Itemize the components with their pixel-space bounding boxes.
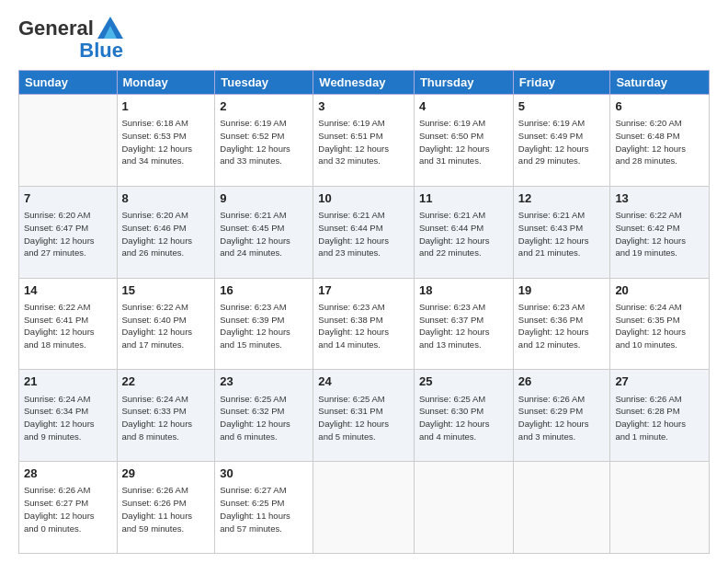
day-number: 9 xyxy=(220,190,308,207)
day-info: Sunrise: 6:19 AMSunset: 6:50 PMDaylight:… xyxy=(419,117,508,167)
day-number: 24 xyxy=(318,373,409,390)
day-number: 28 xyxy=(24,465,112,482)
day-info: Sunrise: 6:26 AMSunset: 6:27 PMDaylight:… xyxy=(24,484,112,534)
calendar-cell: 24Sunrise: 6:25 AMSunset: 6:31 PMDayligh… xyxy=(313,370,415,462)
day-number: 3 xyxy=(318,98,409,115)
day-info: Sunrise: 6:21 AMSunset: 6:44 PMDaylight:… xyxy=(318,209,409,259)
calendar-week-row: 14Sunrise: 6:22 AMSunset: 6:41 PMDayligh… xyxy=(19,278,710,370)
day-number: 4 xyxy=(419,98,508,115)
calendar-cell: 10Sunrise: 6:21 AMSunset: 6:44 PMDayligh… xyxy=(313,186,415,278)
day-info: Sunrise: 6:19 AMSunset: 6:49 PMDaylight:… xyxy=(518,117,606,167)
calendar-header-row: SundayMondayTuesdayWednesdayThursdayFrid… xyxy=(19,71,710,95)
day-of-week-sunday: Sunday xyxy=(19,71,118,95)
day-info: Sunrise: 6:25 AMSunset: 6:30 PMDaylight:… xyxy=(419,393,508,443)
calendar-cell: 27Sunrise: 6:26 AMSunset: 6:28 PMDayligh… xyxy=(610,370,710,462)
day-info: Sunrise: 6:26 AMSunset: 6:28 PMDaylight:… xyxy=(615,393,704,443)
calendar-cell: 23Sunrise: 6:25 AMSunset: 6:32 PMDayligh… xyxy=(215,370,313,462)
calendar-cell: 3Sunrise: 6:19 AMSunset: 6:51 PMDaylight… xyxy=(313,95,415,187)
day-number: 27 xyxy=(615,373,704,390)
day-of-week-monday: Monday xyxy=(117,71,215,95)
calendar-week-row: 21Sunrise: 6:24 AMSunset: 6:34 PMDayligh… xyxy=(19,370,710,462)
calendar-cell xyxy=(610,462,710,554)
day-number: 5 xyxy=(518,98,606,115)
day-info: Sunrise: 6:24 AMSunset: 6:33 PMDaylight:… xyxy=(122,393,210,443)
day-of-week-tuesday: Tuesday xyxy=(215,71,313,95)
day-number: 10 xyxy=(318,190,409,207)
day-info: Sunrise: 6:18 AMSunset: 6:53 PMDaylight:… xyxy=(122,117,210,167)
calendar-cell xyxy=(414,462,513,554)
calendar-cell: 22Sunrise: 6:24 AMSunset: 6:33 PMDayligh… xyxy=(117,370,215,462)
day-number: 25 xyxy=(419,373,508,390)
day-number: 26 xyxy=(518,373,606,390)
day-info: Sunrise: 6:19 AMSunset: 6:52 PMDaylight:… xyxy=(220,117,308,167)
calendar-cell: 20Sunrise: 6:24 AMSunset: 6:35 PMDayligh… xyxy=(610,278,710,370)
calendar-cell: 5Sunrise: 6:19 AMSunset: 6:49 PMDaylight… xyxy=(513,95,610,187)
calendar-cell: 11Sunrise: 6:21 AMSunset: 6:44 PMDayligh… xyxy=(414,186,513,278)
day-number: 18 xyxy=(419,282,508,299)
day-info: Sunrise: 6:20 AMSunset: 6:46 PMDaylight:… xyxy=(122,209,210,259)
day-info: Sunrise: 6:20 AMSunset: 6:48 PMDaylight:… xyxy=(615,117,704,167)
calendar-cell: 9Sunrise: 6:21 AMSunset: 6:45 PMDaylight… xyxy=(215,186,313,278)
logo: General Blue xyxy=(18,17,123,61)
day-info: Sunrise: 6:22 AMSunset: 6:41 PMDaylight:… xyxy=(24,301,112,351)
day-number: 19 xyxy=(518,282,606,299)
day-number: 7 xyxy=(24,190,112,207)
day-info: Sunrise: 6:19 AMSunset: 6:51 PMDaylight:… xyxy=(318,117,409,167)
calendar-cell: 2Sunrise: 6:19 AMSunset: 6:52 PMDaylight… xyxy=(215,95,313,187)
calendar-cell: 30Sunrise: 6:27 AMSunset: 6:25 PMDayligh… xyxy=(215,462,313,554)
day-number: 12 xyxy=(518,190,606,207)
day-of-week-wednesday: Wednesday xyxy=(313,71,415,95)
day-info: Sunrise: 6:21 AMSunset: 6:44 PMDaylight:… xyxy=(419,209,508,259)
day-of-week-thursday: Thursday xyxy=(414,71,513,95)
day-info: Sunrise: 6:22 AMSunset: 6:40 PMDaylight:… xyxy=(122,301,210,351)
calendar-cell: 8Sunrise: 6:20 AMSunset: 6:46 PMDaylight… xyxy=(117,186,215,278)
day-number: 15 xyxy=(122,282,210,299)
calendar-cell: 15Sunrise: 6:22 AMSunset: 6:40 PMDayligh… xyxy=(117,278,215,370)
calendar-cell: 18Sunrise: 6:23 AMSunset: 6:37 PMDayligh… xyxy=(414,278,513,370)
day-number: 14 xyxy=(24,282,112,299)
day-info: Sunrise: 6:23 AMSunset: 6:38 PMDaylight:… xyxy=(318,301,409,351)
day-info: Sunrise: 6:23 AMSunset: 6:37 PMDaylight:… xyxy=(419,301,508,351)
calendar-cell: 4Sunrise: 6:19 AMSunset: 6:50 PMDaylight… xyxy=(414,95,513,187)
day-number: 20 xyxy=(615,282,704,299)
calendar-cell: 21Sunrise: 6:24 AMSunset: 6:34 PMDayligh… xyxy=(19,370,118,462)
calendar-cell: 6Sunrise: 6:20 AMSunset: 6:48 PMDaylight… xyxy=(610,95,710,187)
logo-icon xyxy=(97,17,123,39)
calendar-week-row: 1Sunrise: 6:18 AMSunset: 6:53 PMDaylight… xyxy=(19,95,710,187)
day-number: 22 xyxy=(122,373,210,390)
day-of-week-friday: Friday xyxy=(513,71,610,95)
day-number: 1 xyxy=(122,98,210,115)
day-info: Sunrise: 6:23 AMSunset: 6:39 PMDaylight:… xyxy=(220,301,308,351)
calendar-cell: 16Sunrise: 6:23 AMSunset: 6:39 PMDayligh… xyxy=(215,278,313,370)
page: General Blue SundayMondayTuesdayWednesda… xyxy=(0,0,728,563)
calendar-cell: 13Sunrise: 6:22 AMSunset: 6:42 PMDayligh… xyxy=(610,186,710,278)
calendar-cell xyxy=(513,462,610,554)
day-number: 2 xyxy=(220,98,308,115)
calendar-cell: 25Sunrise: 6:25 AMSunset: 6:30 PMDayligh… xyxy=(414,370,513,462)
day-number: 16 xyxy=(220,282,308,299)
day-number: 29 xyxy=(122,465,210,482)
day-number: 6 xyxy=(615,98,704,115)
calendar-cell: 17Sunrise: 6:23 AMSunset: 6:38 PMDayligh… xyxy=(313,278,415,370)
day-info: Sunrise: 6:26 AMSunset: 6:26 PMDaylight:… xyxy=(122,484,210,534)
day-info: Sunrise: 6:24 AMSunset: 6:35 PMDaylight:… xyxy=(615,301,704,351)
logo-text-blue: Blue xyxy=(79,40,123,61)
day-info: Sunrise: 6:20 AMSunset: 6:47 PMDaylight:… xyxy=(24,209,112,259)
calendar-cell: 29Sunrise: 6:26 AMSunset: 6:26 PMDayligh… xyxy=(117,462,215,554)
day-number: 21 xyxy=(24,373,112,390)
calendar-cell: 26Sunrise: 6:26 AMSunset: 6:29 PMDayligh… xyxy=(513,370,610,462)
day-info: Sunrise: 6:25 AMSunset: 6:31 PMDaylight:… xyxy=(318,393,409,443)
day-number: 17 xyxy=(318,282,409,299)
day-info: Sunrise: 6:25 AMSunset: 6:32 PMDaylight:… xyxy=(220,393,308,443)
calendar-cell: 14Sunrise: 6:22 AMSunset: 6:41 PMDayligh… xyxy=(19,278,118,370)
day-of-week-saturday: Saturday xyxy=(610,71,710,95)
day-number: 23 xyxy=(220,373,308,390)
day-number: 11 xyxy=(419,190,508,207)
day-info: Sunrise: 6:21 AMSunset: 6:45 PMDaylight:… xyxy=(220,209,308,259)
day-number: 13 xyxy=(615,190,704,207)
calendar-table: SundayMondayTuesdayWednesdayThursdayFrid… xyxy=(18,70,710,554)
calendar-cell: 7Sunrise: 6:20 AMSunset: 6:47 PMDaylight… xyxy=(19,186,118,278)
calendar-cell xyxy=(19,95,118,187)
day-info: Sunrise: 6:23 AMSunset: 6:36 PMDaylight:… xyxy=(518,301,606,351)
day-number: 30 xyxy=(220,465,308,482)
